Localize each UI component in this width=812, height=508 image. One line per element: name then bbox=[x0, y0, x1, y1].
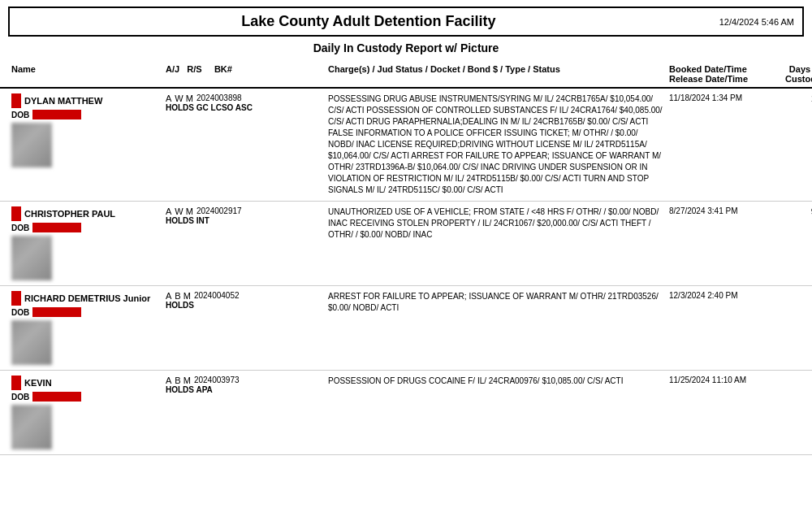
inmate-holds: HOLDS APA bbox=[166, 385, 273, 394]
inmate-ajrs-col: AW M2024003898HOLDS GC LCSO ASC bbox=[162, 92, 276, 198]
inmate-dates-col: 8/27/2024 3:41 PM bbox=[666, 205, 780, 282]
dob-label: DOB bbox=[11, 224, 29, 232]
inmate-bk-col bbox=[276, 374, 325, 451]
inmate-name: KEVIN bbox=[24, 378, 52, 388]
table-row: DYLAN MATTHEWDOBAW M2024003898HOLDS GC L… bbox=[0, 89, 812, 202]
red-bar-icon bbox=[11, 291, 21, 306]
inmate-days-col: 9 bbox=[780, 374, 812, 451]
inmate-name-col: DYLAN MATTHEWDOB bbox=[8, 92, 162, 198]
inmate-aj: A bbox=[166, 376, 171, 385]
table-row: CHRISTOPHER PAULDOBAW M2024002917HOLDS I… bbox=[0, 202, 812, 286]
inmate-name-col: CHRISTOPHER PAULDOB bbox=[8, 205, 162, 282]
inmate-dates-col: 11/18/2024 1:34 PM bbox=[666, 92, 780, 198]
table-header: Name A/J R/S BK# Charge(s) / Jud Status … bbox=[0, 61, 812, 89]
dob-redacted bbox=[32, 307, 81, 317]
inmate-bk: 2024003973 bbox=[194, 376, 240, 385]
dob-label: DOB bbox=[11, 308, 29, 317]
inmate-photo bbox=[11, 236, 52, 280]
inmate-aj: A bbox=[166, 291, 171, 301]
dob-redacted bbox=[32, 392, 81, 402]
inmate-rs: W M bbox=[175, 206, 193, 216]
red-bar-icon bbox=[11, 376, 21, 390]
inmate-bk: 2024003898 bbox=[197, 93, 242, 103]
inmate-booked-date: 8/27/2024 3:41 PM bbox=[669, 206, 776, 215]
table-row: RICHARD DEMETRIUS JuniorDOBAB M202400405… bbox=[0, 286, 812, 371]
inmate-booked-date: 12/3/2024 2:40 PM bbox=[669, 291, 776, 300]
inmate-name: DYLAN MATTHEW bbox=[24, 96, 102, 106]
dob-label: DOB bbox=[11, 111, 29, 119]
header-box: Lake County Adult Detention Facility 12/… bbox=[8, 7, 804, 37]
inmate-charges-col: ARREST FOR FAILURE TO APPEAR; ISSUANCE O… bbox=[325, 289, 666, 367]
red-bar-icon bbox=[11, 206, 21, 221]
inmate-dates-col: 12/3/2024 2:40 PM bbox=[666, 289, 780, 367]
inmate-days-col: 1 bbox=[780, 289, 812, 367]
inmate-photo bbox=[11, 123, 52, 167]
inmate-booked-date: 11/25/2024 11:10 AM bbox=[669, 376, 776, 384]
inmate-charges-col: POSSESSION OF DRUGS COCAINE F/ IL/ 24CRA… bbox=[325, 374, 666, 451]
inmate-days-col: 99 bbox=[780, 205, 812, 282]
inmate-ajrs-col: AB M2024004052HOLDS bbox=[162, 289, 276, 367]
inmate-bk: 2024004052 bbox=[194, 291, 240, 301]
inmate-name-col: RICHARD DEMETRIUS JuniorDOB bbox=[8, 289, 162, 367]
inmates-table: DYLAN MATTHEWDOBAW M2024003898HOLDS GC L… bbox=[0, 89, 812, 455]
inmate-booked-date: 11/18/2024 1:34 PM bbox=[669, 93, 776, 102]
inmate-holds: HOLDS bbox=[166, 301, 273, 310]
inmate-charges-col: POSSESSING DRUG ABUSE INSTRUMENTS/SYRING… bbox=[325, 92, 666, 198]
col-header-booked: Booked Date/TimeRelease Date/Time bbox=[666, 63, 780, 85]
inmate-rs: B M bbox=[175, 376, 191, 385]
col-header-bk bbox=[276, 63, 325, 85]
inmate-aj: A bbox=[166, 93, 171, 103]
inmate-name-col: KEVINDOB bbox=[8, 374, 162, 451]
inmate-rs: W M bbox=[175, 93, 193, 103]
dob-redacted bbox=[32, 110, 81, 119]
inmate-rs: B M bbox=[175, 291, 191, 301]
red-bar-icon bbox=[11, 93, 21, 108]
table-row: KEVINDOBAB M2024003973HOLDS APAPOSSESSIO… bbox=[0, 371, 812, 455]
dob-label: DOB bbox=[11, 393, 29, 402]
col-header-days: Days InCustody bbox=[780, 63, 812, 85]
header-datetime: 12/4/2024 5:46 AM bbox=[719, 17, 794, 27]
inmate-charges-col: UNAUTHORIZED USE OF A VEHICLE; FROM STAT… bbox=[325, 205, 666, 282]
inmate-name: RICHARD DEMETRIUS Junior bbox=[24, 293, 150, 303]
report-title: Daily In Custody Report w/ Picture bbox=[0, 41, 812, 54]
facility-title: Lake County Adult Detention Facility bbox=[18, 13, 719, 30]
inmate-bk-col bbox=[276, 205, 325, 282]
inmate-bk-col bbox=[276, 289, 325, 367]
inmate-bk-col bbox=[276, 92, 325, 198]
dob-redacted bbox=[32, 223, 81, 232]
col-header-ajrs: A/J R/S BK# bbox=[162, 63, 276, 85]
inmate-photo bbox=[11, 320, 52, 365]
inmate-photo bbox=[11, 405, 52, 449]
inmate-holds: HOLDS GC LCSO ASC bbox=[166, 103, 273, 112]
col-header-name: Name bbox=[8, 63, 162, 85]
inmate-ajrs-col: AB M2024003973HOLDS APA bbox=[162, 374, 276, 451]
inmate-aj: A bbox=[166, 206, 171, 216]
col-header-charges: Charge(s) / Jud Status / Docket / Bond $… bbox=[325, 63, 666, 85]
inmate-days-col: 16 bbox=[780, 92, 812, 198]
inmate-holds: HOLDS INT bbox=[166, 216, 273, 225]
inmate-ajrs-col: AW M2024002917HOLDS INT bbox=[162, 205, 276, 282]
inmate-name: CHRISTOPHER PAUL bbox=[24, 209, 115, 219]
inmate-bk: 2024002917 bbox=[197, 206, 242, 216]
inmate-dates-col: 11/25/2024 11:10 AM bbox=[666, 374, 780, 451]
